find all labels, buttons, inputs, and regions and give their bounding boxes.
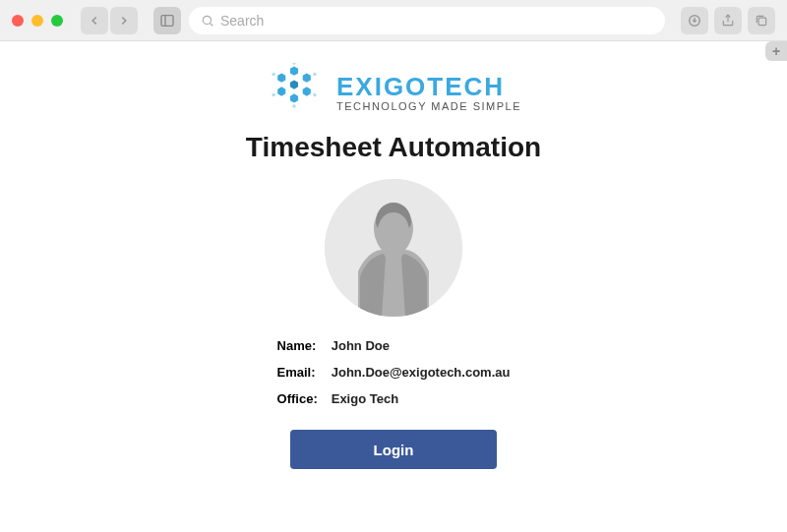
new-tab-button[interactable]: +: [765, 41, 787, 61]
svg-point-18: [272, 93, 274, 96]
close-window-button[interactable]: [12, 15, 24, 27]
svg-point-14: [292, 63, 295, 65]
svg-point-15: [313, 73, 316, 76]
browser-right-tools: [681, 7, 775, 34]
page-content: EXIGOTECH TECHNOLOGY MADE SIMPLE Timeshe…: [0, 41, 787, 532]
hex-network-icon: [266, 63, 323, 120]
svg-marker-11: [290, 93, 298, 102]
plus-icon: +: [772, 43, 780, 59]
svg-point-16: [313, 93, 316, 96]
minimize-window-button[interactable]: [31, 15, 43, 27]
svg-marker-13: [277, 73, 285, 82]
svg-point-2: [203, 16, 211, 24]
brand-logo: EXIGOTECH TECHNOLOGY MADE SIMPLE: [266, 63, 521, 120]
office-label: Office:: [277, 391, 318, 406]
email-value: John.Doe@exigotech.com.au: [332, 365, 511, 380]
brand-tagline: TECHNOLOGY MADE SIMPLE: [336, 100, 521, 112]
downloads-button[interactable]: [681, 7, 708, 34]
svg-point-19: [272, 73, 274, 76]
login-button[interactable]: Login: [290, 430, 497, 469]
tabs-button[interactable]: [748, 7, 775, 34]
brand-text: EXIGOTECH TECHNOLOGY MADE SIMPLE: [336, 72, 521, 112]
svg-line-3: [210, 23, 212, 26]
name-label: Name:: [277, 338, 318, 353]
avatar: [325, 179, 462, 317]
svg-marker-8: [290, 66, 298, 75]
browser-toolbar: Search: [0, 0, 787, 41]
search-placeholder: Search: [220, 13, 264, 29]
svg-point-17: [292, 104, 295, 107]
svg-marker-9: [303, 73, 311, 82]
page-title: Timesheet Automation: [246, 132, 541, 163]
address-search-bar[interactable]: Search: [189, 7, 665, 34]
nav-buttons: [81, 7, 138, 34]
name-value: John Doe: [332, 338, 511, 353]
share-button[interactable]: [714, 7, 742, 34]
window-controls: [12, 15, 63, 27]
user-info: Name: John Doe Email: John.Doe@exigotech…: [277, 338, 511, 406]
svg-rect-6: [758, 18, 766, 26]
back-button[interactable]: [81, 7, 108, 34]
svg-marker-7: [290, 80, 298, 89]
maximize-window-button[interactable]: [51, 15, 63, 27]
office-value: Exigo Tech: [332, 391, 511, 406]
forward-button[interactable]: [110, 7, 138, 34]
brand-name: EXIGOTECH: [336, 72, 521, 102]
svg-marker-10: [303, 87, 311, 95]
search-icon: [201, 14, 214, 28]
svg-rect-0: [161, 15, 173, 26]
email-label: Email:: [277, 365, 318, 380]
avatar-placeholder-icon: [325, 179, 462, 317]
svg-marker-12: [277, 87, 285, 95]
sidebar-toggle-button[interactable]: [153, 7, 181, 34]
